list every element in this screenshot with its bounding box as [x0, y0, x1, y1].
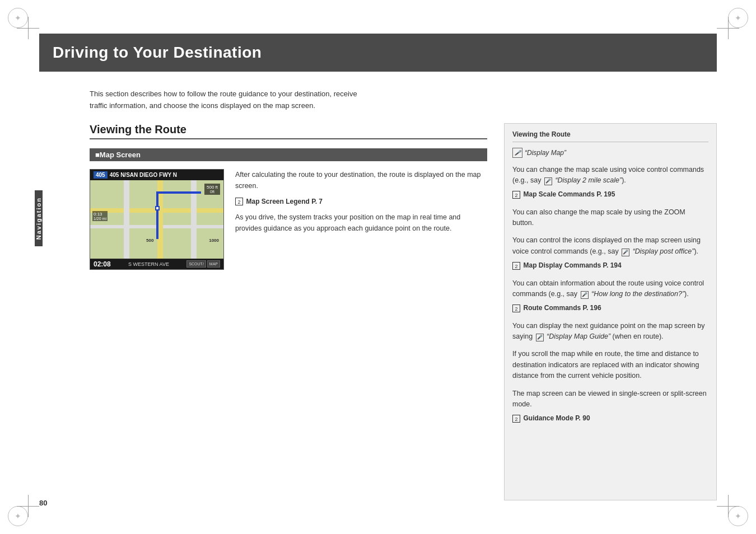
map-screen-image: 405 405 N/SAN DIEGO FWY N: [90, 169, 224, 270]
header-banner: Driving to Your Destination: [39, 34, 717, 72]
map-time-label: 0:13: [94, 212, 106, 217]
map-clock: 02:08: [94, 260, 111, 268]
left-column: Viewing the Route ■Map Screen 405 405 N/…: [90, 123, 487, 500]
intro-text: This section describes how to follow the…: [90, 88, 370, 112]
desc-ref1: 2 Map Screen Legend P. 7: [235, 196, 487, 207]
map-buttons: SCOUT/ MAP: [186, 260, 220, 268]
right-ref4: 2 Route Commands P. 196: [512, 303, 708, 313]
dist-1000: 1000: [209, 238, 219, 243]
right-para4: You can obtain information about the rou…: [512, 278, 708, 300]
right-para2: You can also change the map scale by usi…: [512, 207, 708, 229]
right-para1: You can change the map scale using voice…: [512, 165, 708, 186]
right-box-header: Viewing the Route: [512, 130, 708, 142]
section-heading-viewing-route: Viewing the Route: [90, 123, 487, 139]
right-para6: If you scroll the map while en route, th…: [512, 349, 708, 381]
ref4-text: Route Commands P. 196: [523, 304, 601, 312]
voice-cmd-text: “Display Map”: [525, 149, 566, 157]
ref2-text: Map Scale Commands P. 195: [523, 190, 615, 198]
ref4-icon: 2: [512, 305, 520, 312]
map-scale-value: 500 ft: [207, 185, 218, 190]
right-section-7: The map screen can be viewed in single-s…: [512, 388, 708, 424]
map-time-dist: 0:13 1/20 mi: [92, 211, 108, 221]
right-ref3: 2 Map Display Commands P. 194: [512, 260, 708, 271]
dist-500: 500: [146, 238, 153, 243]
road-v1: [124, 180, 129, 259]
map-scale-ft: 0ft: [207, 190, 218, 194]
ref1-text: Map Screen Legend P. 7: [246, 198, 323, 205]
desc-para2: As you drive, the system tracks your pos…: [235, 212, 487, 234]
map-content-row: 405 405 N/SAN DIEGO FWY N: [90, 169, 487, 270]
right-section-3: You can control the icons displayed on t…: [512, 235, 708, 271]
right-section-6: If you scroll the map while en route, th…: [512, 349, 708, 381]
route-badge: 405: [94, 171, 108, 179]
right-section-1: You can change the map scale using voice…: [512, 165, 708, 200]
map-body: 500 ft 0ft 0:13 1/20 mi 500 1000: [90, 180, 223, 259]
position-marker: [155, 206, 160, 210]
voice-icon-4: 🎤: [581, 291, 589, 299]
voice-cmd-display-map: 🎤 “Display Map”: [512, 148, 708, 158]
map-route-name: 405 N/SAN DIEGO FWY N: [110, 172, 177, 178]
map-description: After calculating the route to your dest…: [235, 169, 487, 238]
right-section-2: You can also change the map scale by usi…: [512, 207, 708, 229]
right-para3: You can control the icons displayed on t…: [512, 235, 708, 257]
sub-heading-map-screen: ■Map Screen: [90, 148, 487, 161]
ref7-icon: 2: [512, 415, 520, 423]
map-top-bar: 405 405 N/SAN DIEGO FWY N: [90, 170, 223, 180]
voice-icon-1: 🎤: [512, 148, 522, 158]
map-scale: 500 ft 0ft: [204, 184, 220, 195]
page-title: Driving to Your Destination: [53, 44, 262, 61]
ref1-icon: 2: [235, 198, 243, 205]
ref3-text: Map Display Commands P. 194: [523, 261, 621, 269]
map-btn-1: SCOUT/: [186, 260, 206, 268]
route-line-v: [156, 191, 158, 239]
right-section-5: You can display the next guidance point …: [512, 321, 708, 343]
ref3-icon: 2: [512, 262, 520, 270]
right-ref2: 2 Map Scale Commands P. 195: [512, 189, 708, 200]
map-street-name: S WESTERN AVE: [128, 261, 169, 267]
map-bottom-bar: 02:08 S WESTERN AVE SCOUT/ MAP: [90, 259, 223, 269]
route-line-h: [156, 191, 201, 194]
right-section-4: You can obtain information about the rou…: [512, 278, 708, 314]
map-dist-label: 1/20 mi: [94, 217, 106, 221]
right-para7: The map screen can be viewed in single-s…: [512, 388, 708, 410]
map-btn-2: MAP: [207, 260, 220, 268]
voice-icon-3: 🎤: [622, 249, 629, 256]
right-ref7: 2 Guidance Mode P. 90: [512, 413, 708, 424]
right-column: Viewing the Route 🎤 “Display Map” You ca…: [504, 123, 717, 500]
voice-icon-5: 🎤: [536, 334, 544, 341]
right-info-box: Viewing the Route 🎤 “Display Map” You ca…: [504, 123, 717, 500]
right-para5: You can display the next guidance point …: [512, 321, 708, 343]
voice-icon-2: 🎤: [544, 177, 552, 185]
ref7-text: Guidance Mode P. 90: [523, 414, 590, 422]
desc-para1: After calculating the route to your dest…: [235, 169, 487, 191]
ref2-icon: 2: [512, 191, 520, 199]
